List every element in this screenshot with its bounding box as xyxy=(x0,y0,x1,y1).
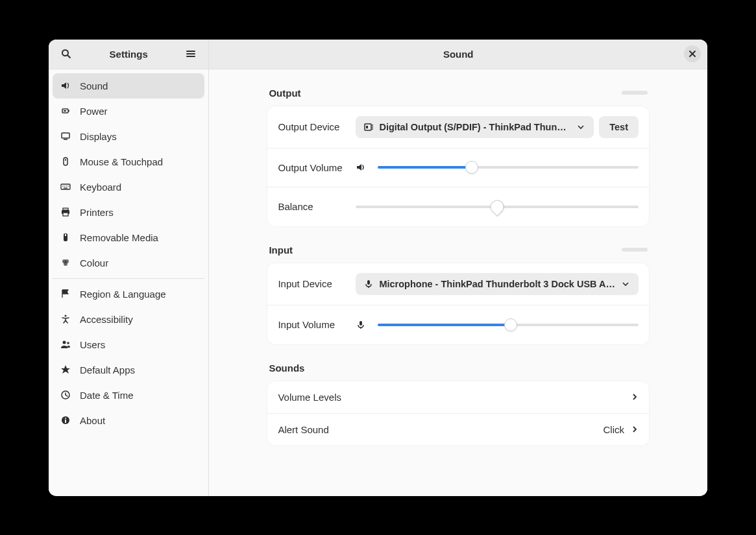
chevron-right-icon xyxy=(631,425,639,433)
colour-icon xyxy=(60,257,71,268)
svg-rect-7 xyxy=(64,110,66,112)
sidebar-item-label: Keyboard xyxy=(80,182,121,193)
microphone-icon[interactable] xyxy=(356,320,366,330)
sidebar-item-label: About xyxy=(80,415,105,426)
displays-icon xyxy=(60,131,71,141)
balance-slider[interactable] xyxy=(356,200,639,213)
sidebar-header: Settings xyxy=(49,40,208,69)
main-pane: Sound Output Output Device xyxy=(209,40,707,496)
sidebar-item-accessibility[interactable]: Accessibility xyxy=(53,307,204,332)
alert-sound-label: Alert Sound xyxy=(278,424,603,435)
speaker-icon[interactable] xyxy=(356,162,366,172)
input-volume-row: Input Volume xyxy=(267,305,649,344)
alert-sound-row[interactable]: Alert Sound Click xyxy=(267,414,649,446)
svg-point-14 xyxy=(64,185,66,187)
svg-rect-20 xyxy=(63,213,68,216)
removable-icon xyxy=(60,232,71,243)
svg-point-13 xyxy=(62,185,64,187)
datetime-icon xyxy=(60,390,71,400)
test-button[interactable]: Test xyxy=(599,116,639,138)
input-device-label: Input Device xyxy=(278,278,356,289)
chevron-down-icon xyxy=(620,281,631,287)
svg-point-27 xyxy=(63,341,66,344)
sidebar-item-defaultapps[interactable]: Default Apps xyxy=(53,357,204,383)
sidebar-item-power[interactable]: Power xyxy=(53,99,204,124)
svg-point-25 xyxy=(64,262,67,266)
output-device-selected: Digital Output (S/PDIF) - ThinkPad Thun… xyxy=(379,122,570,132)
output-section-title: Output xyxy=(269,88,300,99)
sidebar-list[interactable]: SoundPowerDisplaysMouse & TouchpadKeyboa… xyxy=(49,69,208,496)
sidebar-item-region[interactable]: Region & Language xyxy=(53,281,204,307)
output-device-dropdown[interactable]: Digital Output (S/PDIF) - ThinkPad Thun… xyxy=(356,116,594,138)
sidebar-item-label: Accessibility xyxy=(80,314,133,325)
sidebar-item-colour[interactable]: Colour xyxy=(53,250,204,276)
sidebar-divider xyxy=(53,278,204,279)
sounds-section-title: Sounds xyxy=(269,363,304,374)
sidebar-item-label: Date & Time xyxy=(80,390,134,401)
input-panel: Input Device Microphone - ThinkPad Thund… xyxy=(267,263,649,344)
output-panel: Output Device Digital Output (S/PDIF) - … xyxy=(267,106,649,226)
sounds-panel: Volume Levels Alert Sound Click xyxy=(267,381,649,446)
sidebar-item-sound[interactable]: Sound xyxy=(53,73,204,99)
accessibility-icon xyxy=(60,314,71,324)
users-icon xyxy=(60,339,71,350)
output-device-label: Output Device xyxy=(278,121,356,132)
sidebar: Settings SoundPowerDisplaysMouse & Touch… xyxy=(49,40,209,496)
sidebar-item-mouse[interactable]: Mouse & Touchpad xyxy=(53,149,204,174)
mouse-icon xyxy=(60,156,71,167)
svg-rect-10 xyxy=(64,158,67,165)
output-level-indicator xyxy=(622,91,648,95)
defaultapps-icon xyxy=(60,364,71,375)
sidebar-item-removable[interactable]: Removable Media xyxy=(53,225,204,250)
sidebar-item-datetime[interactable]: Date & Time xyxy=(53,383,204,408)
volume-levels-label: Volume Levels xyxy=(278,392,631,403)
svg-point-26 xyxy=(65,315,67,317)
menu-button[interactable] xyxy=(180,43,202,65)
svg-rect-40 xyxy=(367,280,370,285)
volume-levels-row[interactable]: Volume Levels xyxy=(267,381,649,414)
svg-point-16 xyxy=(68,185,69,187)
about-icon xyxy=(60,415,71,425)
search-icon xyxy=(61,49,71,59)
content-area: Output Output Device Digital Output (S/P… xyxy=(209,69,707,496)
region-icon xyxy=(60,289,71,299)
output-section-header: Output xyxy=(267,88,649,99)
close-button[interactable] xyxy=(684,45,701,62)
sound-icon xyxy=(60,80,71,91)
sidebar-item-label: Sound xyxy=(80,80,108,91)
input-section-title: Input xyxy=(269,244,293,256)
input-device-selected: Microphone - ThinkPad Thunderbolt 3 Dock… xyxy=(379,279,615,289)
svg-rect-8 xyxy=(62,133,69,138)
close-icon xyxy=(689,50,696,58)
keyboard-icon xyxy=(60,182,71,192)
balance-row: Balance xyxy=(267,187,649,226)
input-device-row: Input Device Microphone - ThinkPad Thund… xyxy=(267,263,649,305)
sidebar-item-label: Printers xyxy=(80,207,114,218)
sidebar-item-users[interactable]: Users xyxy=(53,332,204,357)
sidebar-item-displays[interactable]: Displays xyxy=(53,124,204,149)
sidebar-item-label: Power xyxy=(80,106,108,117)
svg-rect-12 xyxy=(61,184,70,189)
input-volume-label: Input Volume xyxy=(278,319,356,330)
settings-window: Settings SoundPowerDisplaysMouse & Touch… xyxy=(49,40,707,496)
sidebar-item-about[interactable]: About xyxy=(53,408,204,433)
input-device-dropdown[interactable]: Microphone - ThinkPad Thunderbolt 3 Dock… xyxy=(356,273,639,295)
chevron-right-icon xyxy=(631,393,639,401)
svg-point-15 xyxy=(66,185,67,187)
search-button[interactable] xyxy=(55,43,77,65)
svg-point-31 xyxy=(65,418,66,419)
sidebar-item-printers[interactable]: Printers xyxy=(53,200,204,225)
input-level-indicator xyxy=(622,248,648,252)
output-volume-slider[interactable] xyxy=(378,161,639,174)
sidebar-item-keyboard[interactable]: Keyboard xyxy=(53,174,204,200)
balance-label: Balance xyxy=(278,201,356,212)
sounds-section-header: Sounds xyxy=(267,363,649,374)
printers-icon xyxy=(60,207,71,217)
page-title: Sound xyxy=(232,49,684,60)
output-volume-label: Output Volume xyxy=(278,162,356,173)
svg-line-1 xyxy=(68,56,71,58)
chevron-down-icon xyxy=(576,124,586,130)
svg-rect-6 xyxy=(68,110,69,112)
power-icon xyxy=(60,106,71,116)
input-volume-slider[interactable] xyxy=(378,318,639,331)
